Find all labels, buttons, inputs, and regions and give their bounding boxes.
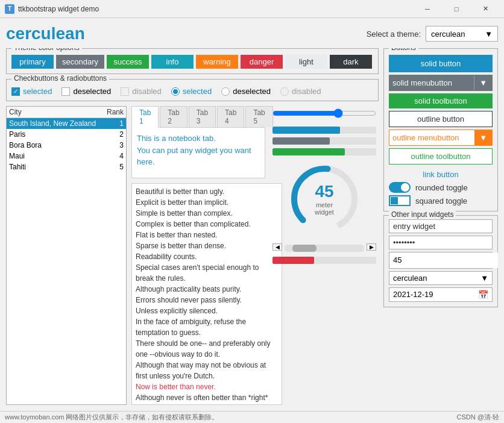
theme-label: Select a theme:	[367, 30, 421, 39]
radio-selected-label: selected	[183, 87, 212, 96]
theme-colors-group: Theme color options primary secondary su…	[6, 48, 379, 74]
two-column-layout: Theme color options primary secondary su…	[6, 48, 498, 405]
check-selected-label: selected	[23, 87, 52, 96]
secondary-button[interactable]: secondary	[56, 55, 104, 69]
radio-disabled-label: disabled	[292, 87, 321, 96]
buttons-group: Buttons solid button solid menubutton ▼ …	[383, 48, 498, 212]
rank-cell: 5	[99, 163, 124, 171]
input-widgets-group: Other input widgets ▲ ▼ cerculean ▼ 2021…	[383, 215, 498, 307]
solid-toolbutton[interactable]: solid toolbutton	[389, 93, 493, 108]
tab-4[interactable]: Tab 4	[217, 106, 244, 127]
progress-fill-3	[272, 148, 345, 155]
table-row[interactable]: Bora Bora 3	[7, 140, 126, 151]
right-column: Buttons solid button solid menubutton ▼ …	[383, 48, 498, 405]
solid-button[interactable]: solid button	[389, 55, 493, 72]
solid-menubutton[interactable]: solid menubutton ▼	[389, 75, 493, 91]
text-widget[interactable]: Beautiful is better than ugly. Explicit …	[131, 183, 282, 405]
outline-button[interactable]: outline button	[389, 111, 493, 127]
bottom-bar-right: CSDN @清·轻	[457, 413, 499, 422]
progress-bar-red	[272, 257, 376, 264]
info-button[interactable]: info	[151, 55, 194, 69]
rank-cell: 3	[99, 141, 124, 149]
maximize-button[interactable]: □	[443, 0, 470, 18]
outline-menubutton-arrow-icon[interactable]: ▼	[474, 130, 492, 145]
progress-bars	[272, 124, 376, 158]
squared-toggle[interactable]	[389, 195, 411, 206]
link-button[interactable]: link button	[389, 167, 493, 182]
scroll-controls: ◀ ▶	[272, 242, 376, 252]
rounded-toggle-label: rounded toggle	[415, 183, 468, 192]
scroll-right-btn[interactable]: ▶	[367, 243, 376, 251]
radio-deselected-label: deselected	[233, 87, 271, 96]
rounded-toggle-row: rounded toggle	[389, 182, 493, 193]
notebook: Tab 1 Tab 2 Tab 3 Tab 4 Tab 5 This is a …	[131, 106, 265, 178]
progress-bar-2	[272, 137, 376, 145]
spinbox-widget[interactable]: ▲ ▼	[389, 252, 493, 269]
progress-bar-3	[272, 148, 376, 155]
header-row: cerculean Select a theme: cerculean ▼	[6, 24, 498, 43]
buttons-group-label: Buttons	[389, 48, 418, 52]
dropdown-widget[interactable]: cerculean ▼	[389, 271, 493, 285]
theme-dropdown[interactable]: cerculean ▼	[426, 26, 498, 42]
success-button[interactable]: success	[107, 55, 149, 69]
outline-toolbutton[interactable]: outline toolbutton	[389, 148, 493, 164]
color-buttons-row: primary secondary success info warning d…	[11, 55, 373, 69]
checkbuttons-label: Checkbuttons & radiobuttons	[11, 74, 109, 83]
check-deselected: deselected	[61, 87, 111, 96]
outline-menubutton[interactable]: outline menubutton ▼	[389, 130, 493, 146]
danger-button[interactable]: danger	[241, 55, 283, 69]
rounded-toggle[interactable]	[389, 182, 411, 193]
tab-content-line1: This is a notebook tab.	[137, 133, 260, 145]
checkbox-deselected[interactable]	[61, 87, 70, 96]
entry-widget[interactable]	[389, 219, 493, 233]
scrollbar-thumb[interactable]	[292, 245, 317, 252]
table-header: City Rank	[7, 107, 126, 118]
app-title: cerculean	[6, 24, 85, 43]
primary-button[interactable]: primary	[11, 55, 54, 69]
tab-2[interactable]: Tab 2	[160, 106, 187, 127]
meter-number: 45	[306, 182, 342, 201]
check-radio-row: selected deselected disabled selected	[11, 87, 373, 96]
toggle-square-knob	[391, 197, 398, 204]
progress-slider[interactable]	[272, 108, 376, 118]
dropdown-widget-arrow-icon: ▼	[480, 274, 488, 283]
scrollbar-track[interactable]	[285, 245, 364, 252]
date-widget[interactable]: 2021-12-19 📅	[389, 287, 493, 302]
radio-deselected-btn[interactable]	[221, 87, 230, 96]
table-row[interactable]: Maui 4	[7, 151, 126, 161]
tab-3[interactable]: Tab 3	[189, 106, 216, 127]
solid-menubutton-label: solid menubutton	[389, 75, 474, 90]
minimize-button[interactable]: ─	[414, 0, 441, 18]
meter-circle: 45 meter widget	[288, 163, 361, 235]
password-widget[interactable]	[389, 236, 493, 249]
city-cell: Paris	[9, 130, 99, 139]
light-button[interactable]: light	[285, 55, 327, 69]
table-row[interactable]: Paris 2	[7, 129, 126, 140]
radio-deselected: deselected	[221, 87, 271, 96]
calendar-icon: 📅	[478, 290, 488, 299]
progress-fill-red	[272, 257, 314, 264]
meter-value-display: 45 meter widget	[306, 182, 342, 216]
theme-colors-label: Theme color options	[11, 48, 82, 52]
tab-5[interactable]: Tab 5	[245, 106, 272, 127]
rank-cell: 4	[99, 152, 124, 160]
close-button[interactable]: ✕	[471, 0, 499, 18]
warning-button[interactable]: warning	[196, 55, 238, 69]
table-row[interactable]: Tahiti 5	[7, 161, 126, 172]
city-header: City	[9, 108, 99, 116]
spinbox-input[interactable]	[389, 252, 498, 268]
solid-menubutton-arrow-icon[interactable]: ▼	[474, 75, 492, 90]
progress-bar-1	[272, 127, 376, 134]
input-widgets-label: Other input widgets	[389, 210, 456, 219]
squared-toggle-label: squared toggle	[415, 196, 467, 205]
dark-button[interactable]: dark	[330, 55, 372, 69]
checkbuttons-group: Checkbuttons & radiobuttons selected des…	[6, 79, 379, 101]
radio-selected-btn[interactable]	[171, 87, 180, 96]
table-row[interactable]: South Island, New Zealand 1	[7, 118, 126, 129]
left-column: Theme color options primary secondary su…	[6, 48, 379, 405]
check-selected: selected	[11, 87, 52, 96]
scroll-left-btn[interactable]: ◀	[272, 243, 282, 251]
tab-1[interactable]: Tab 1	[131, 106, 159, 128]
rank-cell: 2	[99, 130, 124, 139]
checkbox-selected[interactable]	[11, 87, 20, 96]
